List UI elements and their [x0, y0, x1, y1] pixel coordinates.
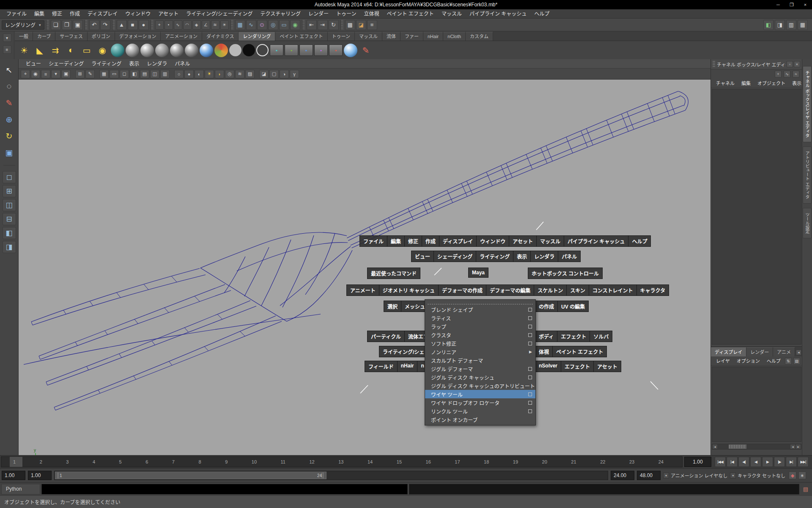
volume-light-icon[interactable]: ◉ [95, 43, 110, 58]
scale-tool-icon[interactable]: ▣ [2, 145, 16, 160]
ambient-light-icon[interactable]: ◐ [64, 43, 78, 58]
deformer-menu-item[interactable]: ワイヤ ドロップオフ ロケータ [425, 398, 535, 407]
field-chart-icon[interactable]: ▤ [140, 70, 149, 78]
deformer-menu-item[interactable]: ノンリニア ▶ [425, 348, 535, 356]
select-tool-icon[interactable]: ↖ [2, 63, 16, 77]
menubar-item[interactable]: パイプライン キャッシュ [466, 9, 530, 19]
select-hierarchy-mode-icon[interactable]: ▲ [117, 20, 127, 30]
command-language-toggle[interactable]: Python [1, 484, 40, 494]
deformer-menu-item[interactable]: ワイヤ ツール [425, 390, 535, 398]
save-scene-icon[interactable]: ▣ [73, 20, 83, 30]
hotbox-menu-item[interactable]: 編集 [387, 235, 405, 247]
shadows-icon[interactable]: ◗ [215, 70, 224, 78]
multisampling-icon[interactable]: ▨ [245, 70, 255, 78]
hotbox-menu-item[interactable]: アセット [593, 361, 621, 372]
hotbox-menu-item[interactable]: ビュー [411, 251, 434, 262]
deformer-menu-item[interactable]: ジグル ディスク キャッシュ [425, 373, 535, 381]
option-box-icon[interactable] [528, 325, 532, 329]
exposure-icon[interactable]: ◑ [280, 70, 289, 78]
new-empty-layer-icon[interactable]: ▤ [793, 358, 800, 364]
hyperbolic-speed-icon[interactable]: ≈ [793, 71, 799, 77]
status-separator[interactable] [302, 20, 305, 30]
deformer-menu-item[interactable]: スカルプト デフォーマ [425, 356, 535, 364]
ipr-render-shelf-icon[interactable]: ▪ [329, 44, 343, 56]
deformer-menu-item[interactable]: ジグル ディスク キャッシュのアトリビュート [425, 381, 535, 390]
deformer-menu-item[interactable]: ラップ [425, 322, 535, 331]
hotbox-menu-item[interactable]: レンダラ [530, 251, 558, 262]
menubar-item[interactable]: ファイル [3, 9, 30, 19]
single-pane-layout-icon[interactable]: ◻ [3, 171, 16, 183]
menubar-item[interactable]: ヘルプ [530, 9, 553, 19]
close-button[interactable]: × [802, 2, 809, 7]
deformer-menu-item[interactable]: クラスタ [425, 331, 535, 339]
ipr-render-icon[interactable]: ◪ [356, 20, 366, 30]
resolution-gate-icon[interactable]: ◻ [120, 70, 129, 78]
hotbox-menu-item[interactable]: コンストレイント [589, 284, 637, 296]
input-connections-icon[interactable]: ⇤ [307, 20, 317, 30]
menubar-item[interactable]: ウィンドウ [121, 9, 154, 19]
hotbox-menu-item[interactable]: ジオメトリ キャッシュ [379, 284, 439, 296]
make-live-icon[interactable]: ◉ [290, 20, 300, 30]
area-light-icon[interactable]: ▭ [80, 43, 94, 58]
hotbox-recent-commands-item[interactable]: 最近使ったコマンド [367, 268, 420, 279]
shelf-tab-switcher-icon[interactable]: ▾ [3, 33, 11, 42]
menu-tearoff-handle[interactable] [428, 301, 533, 304]
current-time-field[interactable]: 1.00 [684, 457, 711, 467]
tool-settings-toggle-icon[interactable]: ▥ [786, 20, 796, 30]
construction-history-icon[interactable]: ↻ [329, 20, 339, 30]
snap-to-projected-center-icon[interactable]: ◎ [268, 20, 278, 30]
maximize-button[interactable]: ❐ [788, 2, 795, 8]
hotbox-menu-item[interactable]: ボディ [535, 331, 557, 342]
phong-e-material-icon[interactable] [185, 44, 198, 57]
menubar-item[interactable]: 立体視 [360, 9, 383, 19]
snap-to-curve-icon[interactable]: ∿ [246, 20, 256, 30]
hotbox-menu-item[interactable]: エフェクト [557, 331, 590, 342]
hotbox-menu-item[interactable]: キャラクタ [636, 284, 669, 296]
viewport-canvas[interactable]: persp y x z [19, 80, 710, 455]
scrollbar-left-icon[interactable]: ◂ [712, 444, 718, 449]
wireframe-mode-icon[interactable]: ○ [174, 70, 184, 78]
safe-title-icon[interactable]: ▥ [160, 70, 170, 78]
deformer-menu-item[interactable]: リンクル ツール [425, 407, 535, 415]
animation-end-field[interactable]: 48.00 [637, 471, 661, 480]
render-settings-icon[interactable]: ≡ [367, 20, 377, 30]
persp-outliner-layout-icon[interactable]: ◫ [3, 199, 16, 211]
option-box-icon[interactable] [528, 333, 532, 337]
shelf-tab[interactable]: マッスル [355, 32, 382, 41]
hotbox-menu-item[interactable]: 表示 [513, 251, 531, 262]
hotbox-menu-item[interactable]: ファイル [359, 235, 387, 247]
sidebar-display-toggle-icon[interactable]: ◧ [763, 20, 774, 30]
output-connections-icon[interactable]: ⇥ [318, 20, 328, 30]
new-scene-icon[interactable]: ❏ [51, 20, 61, 30]
ocean-shader-icon[interactable] [111, 44, 124, 57]
toon-shader-icon[interactable] [344, 44, 357, 57]
channel-box-menu-item[interactable]: チャネル [713, 79, 738, 88]
image-plane-icon[interactable]: ▣ [61, 70, 71, 78]
layer-editor-tab[interactable]: レンダー [746, 347, 773, 356]
hotbox-menu-item[interactable]: ライティング [476, 251, 513, 262]
menubar-item[interactable]: ペイント エフェクト [383, 9, 438, 19]
snap-to-point-icon[interactable]: ⊙ [257, 20, 267, 30]
scroll-tabs-left-icon[interactable]: ◂ [796, 350, 801, 355]
option-box-icon[interactable] [528, 392, 532, 396]
hotbox-menu-item[interactable]: パネル [558, 251, 581, 262]
scrollbar-right-icon[interactable]: ▸ [796, 444, 801, 449]
status-separator[interactable] [46, 20, 49, 30]
option-box-icon[interactable] [528, 409, 532, 413]
gate-mask-icon[interactable]: ◧ [130, 70, 139, 78]
play-backwards-button[interactable]: ◀ [750, 457, 761, 467]
hotbox-menu-item[interactable]: 選択 [384, 301, 401, 312]
step-back-key-button[interactable]: ◀| [738, 457, 749, 467]
bookmarks-icon[interactable]: ▾ [51, 70, 60, 78]
textured-mode-icon[interactable]: ◐ [195, 70, 204, 78]
shelf-tab[interactable]: ファー [401, 32, 423, 41]
layer-editor-menu-item[interactable]: オプション [733, 356, 763, 366]
step-forward-key-button[interactable]: |▶ [774, 457, 785, 467]
viewport-menu-item[interactable]: ビュー [22, 59, 45, 69]
hotbox-menu-item[interactable]: マッスル [536, 235, 564, 247]
channel-box-menu-item[interactable]: 編集 [738, 79, 754, 88]
shelf-tab[interactable]: 流体 [382, 32, 401, 41]
xray-icon[interactable]: ▢ [269, 70, 279, 78]
ramp-shader-icon[interactable] [214, 44, 228, 57]
minimize-button[interactable]: ─ [775, 2, 782, 7]
